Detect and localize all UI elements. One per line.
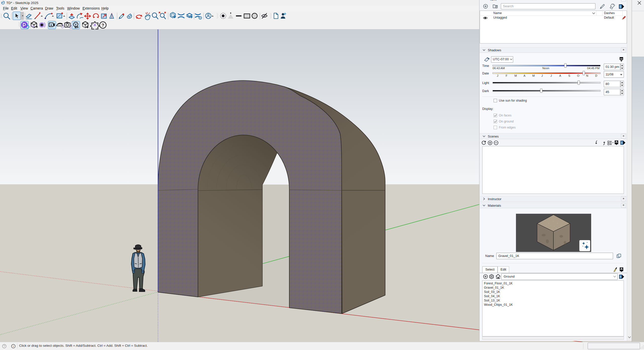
svg-text:i: i [13, 345, 14, 348]
svg-text:?: ? [102, 23, 104, 28]
svg-text:?: ? [4, 345, 5, 348]
